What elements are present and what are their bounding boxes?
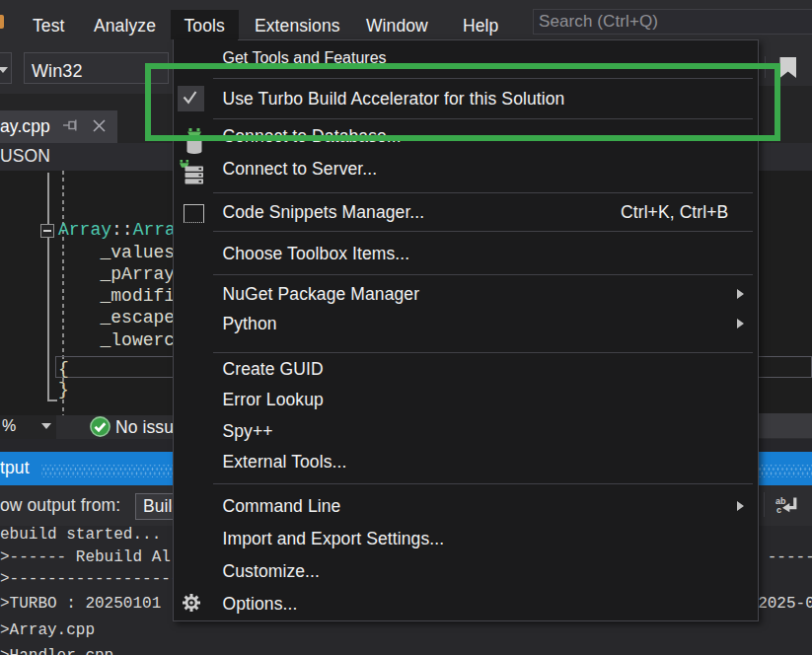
svg-text:c: c: [776, 505, 781, 515]
